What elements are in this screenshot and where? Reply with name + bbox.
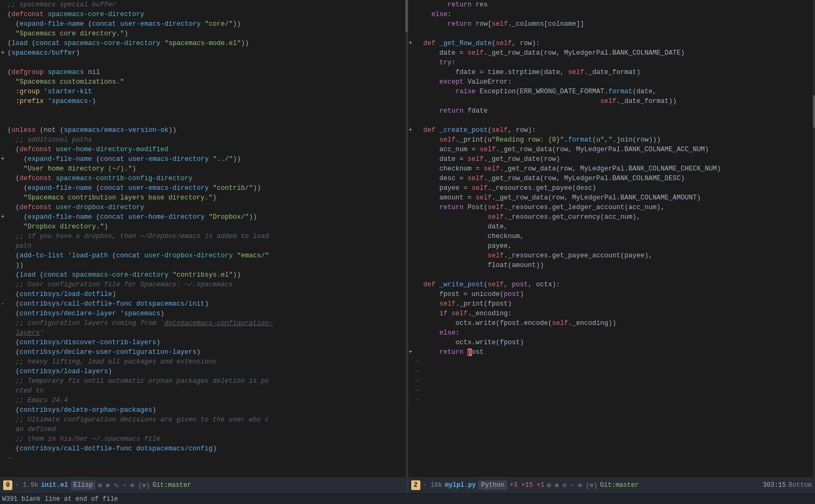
gutter-mark	[0, 261, 5, 270]
gutter-mark	[408, 338, 413, 347]
line-content: (defconst user-home-directory-modified	[5, 145, 408, 154]
code-line: (contribsys/declare-layer 'spacemacs)	[0, 309, 408, 318]
gutter-mark	[0, 125, 5, 135]
code-line: ))	[0, 261, 408, 270]
left-scroll-thumb[interactable]	[405, 0, 408, 32]
gutter-mark: +	[408, 347, 413, 357]
right-code-area[interactable]: return res else: return row[self._column…	[408, 0, 816, 466]
line-content: try:	[413, 58, 816, 68]
right-scrollbar[interactable]	[813, 0, 815, 477]
gutter-mark	[0, 338, 5, 347]
tilde-line: ~	[408, 367, 816, 376]
line-content: ;; spacemacs special buffer	[5, 0, 408, 10]
line-content: "Dropbox directory.")	[5, 222, 408, 232]
gutter-mark	[0, 290, 5, 299]
tilde-line: ~	[408, 376, 816, 386]
left-code-area[interactable]: ;; spacemacs special buffer (defconst sp…	[0, 0, 408, 466]
right-modeline-changes: +3 +15 +1	[510, 481, 545, 489]
left-pane[interactable]: ;; spacemacs special buffer (defconst sp…	[0, 0, 408, 477]
code-line: "Spacemacs core directory.")	[0, 29, 408, 39]
line-content: except ValueError:	[413, 77, 816, 87]
code-line: + def _create_post(self, row):	[408, 125, 816, 135]
gutter-mark	[0, 434, 5, 444]
right-modeline-git: Git:master	[600, 481, 639, 489]
gutter-mark	[408, 232, 413, 241]
code-line: (unless (not (spacemacs/emacs-version-ok…	[0, 125, 408, 135]
modeline-right: 2 - 10k mylpl.py Python +3 +15 +1 ⊞ ⊛ ⊘ …	[408, 477, 816, 493]
code-line: (contribsys/declare-user-configuration-l…	[0, 347, 408, 357]
code-line: + (expand-file-name (concat user-emacs-d…	[0, 154, 408, 164]
gutter-mark	[0, 174, 5, 183]
code-line: path	[0, 241, 408, 251]
line-content: path	[5, 241, 408, 251]
line-content: checknum,	[413, 232, 816, 241]
line-content: return res	[413, 0, 816, 10]
code-line: layers'	[0, 328, 408, 338]
line-content: (contribsys/declare-layer 'spacemacs)	[5, 309, 408, 318]
gutter-mark	[0, 347, 5, 357]
line-content: (contribsys/delete-orphan-packages)	[5, 405, 408, 415]
line-content: (spacemacs/buffer)	[5, 48, 408, 58]
code-line: ;; Ultimate configuration decisions are …	[0, 415, 408, 425]
line-content: (add-to-list 'load-path (concat user-dro…	[5, 251, 408, 261]
gutter-mark	[0, 87, 5, 97]
line-content	[413, 270, 816, 280]
right-modeline-scroll: Bottom	[789, 481, 812, 489]
code-line: self._print(fpost)	[408, 299, 816, 309]
modeline-left: 0 - 1.9k init.el Elisp ⊞ ⊛ ∿ ~ ⊗ (⊗) Git…	[0, 477, 408, 493]
code-line: (expand-file-name (concat user-emacs-dir…	[0, 183, 408, 193]
right-scroll-thumb[interactable]	[813, 95, 815, 128]
tilde-line: ~	[0, 463, 408, 466]
gutter-mark	[0, 376, 5, 386]
gutter-mark	[0, 193, 5, 203]
gutter-mark	[0, 145, 5, 154]
code-line: (contribsys/call-dotfile-func dotspacema…	[0, 444, 408, 454]
gutter-mark	[0, 241, 5, 251]
gutter-mark	[0, 309, 5, 318]
right-modeline-mode: Python	[478, 480, 507, 490]
line-content	[413, 29, 816, 39]
code-line	[408, 116, 816, 125]
line-content: (contribsys/load-layers)	[5, 367, 408, 376]
gutter-mark: +	[408, 39, 413, 48]
left-modeline-num: 0	[3, 480, 12, 490]
gutter-mark	[408, 97, 413, 106]
gutter-mark	[408, 261, 413, 270]
code-line: +(spacemacs/buffer)	[0, 48, 408, 58]
gutter-mark	[0, 97, 5, 106]
line-content: (contribsys/call-dotfile-func dotspacema…	[5, 299, 408, 309]
gutter-mark: +	[408, 125, 413, 135]
code-line: return fdate	[408, 106, 816, 116]
gutter-mark	[0, 357, 5, 367]
gutter-mark	[0, 39, 5, 48]
status-bar: W391 blank line at end of file	[0, 493, 815, 504]
line-content	[5, 58, 408, 68]
gutter-mark	[0, 396, 5, 405]
left-modeline-info: - 1.9k	[15, 481, 38, 489]
line-content	[5, 116, 408, 125]
gutter-mark	[408, 270, 413, 280]
gutter-mark: +	[0, 154, 5, 164]
gutter-mark	[408, 280, 413, 290]
line-content: if self._encoding:	[413, 309, 816, 318]
gutter-mark	[0, 68, 5, 77]
gutter-mark	[0, 222, 5, 232]
code-line: return res	[408, 0, 816, 10]
gutter-mark	[408, 309, 413, 318]
line-content: else:	[413, 10, 816, 19]
left-modeline-mode: Elisp	[71, 480, 95, 490]
line-content: (contribsys/discover-contrib-layers)	[5, 338, 408, 347]
left-scrollbar[interactable]	[405, 0, 408, 477]
code-line: self._date_format))	[408, 97, 816, 106]
right-pane[interactable]: return res else: return row[self._column…	[408, 0, 816, 477]
code-line	[0, 116, 408, 125]
gutter-mark	[408, 154, 413, 164]
code-line: (contribsys/load-dotfile)	[0, 290, 408, 299]
code-line: ;; them in his/her ~/.spacemacs file	[0, 434, 408, 444]
code-line: payee = self._resources.get_payee(desc)	[408, 183, 816, 193]
gutter-mark	[408, 145, 413, 154]
left-modeline-git: Git:master	[152, 481, 191, 489]
code-line: (defconst user-home-directory-modified	[0, 145, 408, 154]
line-content: (defconst spacemacs-contrib-config-direc…	[5, 174, 408, 183]
line-content: (expand-file-name (concat user-emacs-dir…	[5, 154, 408, 164]
